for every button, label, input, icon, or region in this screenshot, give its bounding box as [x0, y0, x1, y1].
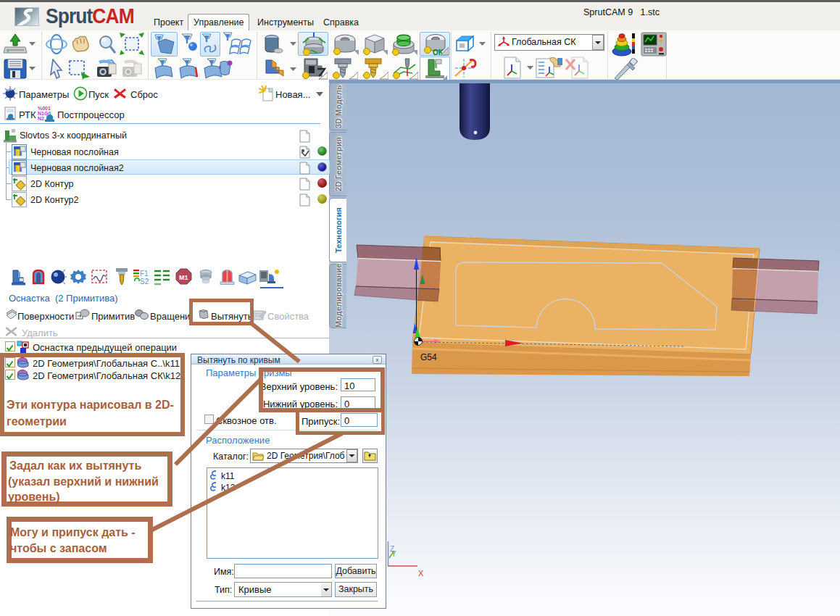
svg-text:%001: %001 — [38, 106, 51, 111]
svg-text:N2: N2 — [38, 116, 44, 121]
svg-text:Y: Y — [391, 550, 396, 558]
svg-text:S2: S2 — [140, 278, 149, 286]
svg-text:X: X — [418, 569, 424, 578]
svg-text:M1: M1 — [179, 274, 188, 281]
svg-text:G54: G54 — [420, 352, 437, 362]
svg-text:F1: F1 — [140, 270, 149, 278]
